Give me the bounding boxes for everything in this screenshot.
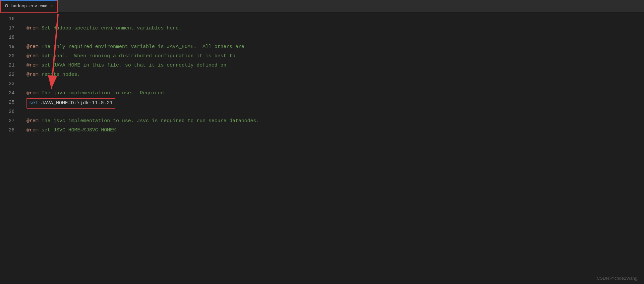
file-icon: 🗒 (5, 4, 9, 9)
rem-keyword: @rem (27, 127, 38, 133)
line-number: 24 (0, 89, 15, 98)
code-line (27, 79, 644, 89)
rem-keyword: @rem (27, 63, 38, 68)
set-value: JAVA_HOME=D:\jdk-11.0.21 (38, 100, 113, 106)
active-tab[interactable]: 🗒 hadoop-env.cmd × (0, 0, 58, 13)
line-numbers: 16171819202122232425262728 (0, 13, 20, 284)
line-number: 18 (0, 33, 15, 42)
code-line (27, 15, 644, 24)
comment-text: remote nodes. (38, 72, 80, 77)
line-number: 16 (0, 15, 15, 24)
code-content: @rem Set Hadoop-specific environment var… (20, 13, 644, 284)
comment-text: The jsvc implementation to use. Jsvc is … (38, 118, 259, 124)
line-number: 28 (0, 126, 15, 135)
rem-keyword: @rem (27, 90, 38, 96)
line-number: 25 (0, 98, 15, 107)
comment-text: The java implementation to use. Required… (38, 90, 167, 96)
code-line (27, 33, 644, 42)
tab-title: hadoop-env.cmd (11, 4, 47, 9)
watermark: CSDN @chde2Wang (597, 276, 637, 281)
code-line (27, 107, 644, 117)
rem-keyword: @rem (27, 72, 38, 77)
tab-close-button[interactable]: × (50, 4, 53, 9)
comment-text: Set Hadoop-specific environment variable… (38, 25, 182, 31)
comment-text: set JAVA_HOME in this file, so that it i… (38, 63, 226, 68)
line-number: 19 (0, 42, 15, 52)
editor-area: 16171819202122232425262728 @rem Set Hado… (0, 13, 644, 284)
set-keyword: set (29, 100, 38, 106)
line-number: 20 (0, 52, 15, 61)
code-line: @rem The only required environment varia… (27, 42, 644, 52)
line-number: 26 (0, 107, 15, 117)
rem-keyword: @rem (27, 25, 38, 31)
code-line: @rem set JAVA_HOME in this file, so that… (27, 61, 644, 70)
line-number: 22 (0, 70, 15, 79)
rem-keyword: @rem (27, 118, 38, 124)
line-number: 17 (0, 24, 15, 33)
code-line: @rem The java implementation to use. Req… (27, 89, 644, 98)
code-line: @rem remote nodes. (27, 70, 644, 79)
line-number: 27 (0, 117, 15, 126)
rem-keyword: @rem (27, 53, 38, 59)
rem-keyword: @rem (27, 44, 38, 50)
code-line: @rem optional. When running a distribute… (27, 52, 644, 61)
comment-text: optional. When running a distributed con… (38, 53, 235, 59)
code-line: @rem Set Hadoop-specific environment var… (27, 24, 644, 33)
comment-text: set JSVC_HOME=%JSVC_HOME% (38, 127, 116, 133)
code-line: set JAVA_HOME=D:\jdk-11.0.21 (27, 98, 644, 107)
comment-text: The only required environment variable i… (38, 44, 244, 50)
highlighted-line-box: set JAVA_HOME=D:\jdk-11.0.21 (27, 98, 115, 109)
code-line: @rem The jsvc implementation to use. Jsv… (27, 117, 644, 126)
line-number: 21 (0, 61, 15, 70)
line-number: 23 (0, 79, 15, 89)
tab-bar: 🗒 hadoop-env.cmd × (0, 0, 644, 13)
code-line: @rem set JSVC_HOME=%JSVC_HOME% (27, 126, 644, 135)
